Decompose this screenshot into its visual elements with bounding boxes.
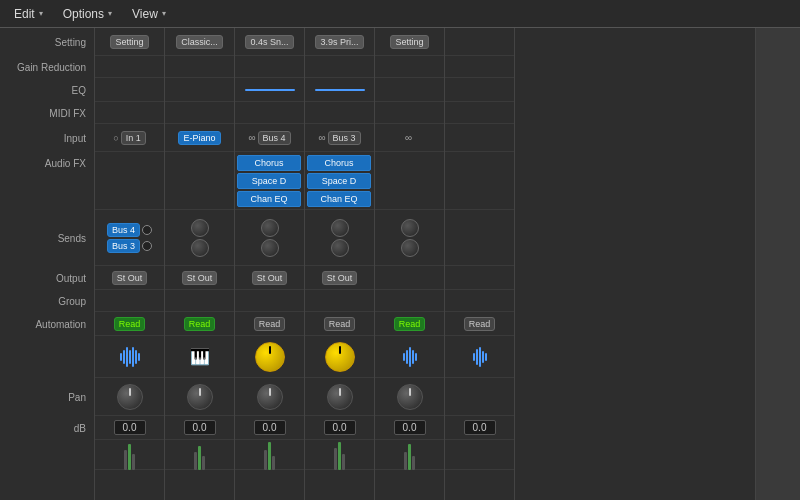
ch5-automation-button[interactable]: Read xyxy=(394,317,426,331)
ch2-input[interactable]: E-Piano xyxy=(165,124,234,152)
ch5-sends xyxy=(375,210,444,266)
ch1-input-button[interactable]: In 1 xyxy=(121,131,146,145)
label-midifx: MIDI FX xyxy=(0,102,94,124)
ch3-eq[interactable] xyxy=(235,78,304,102)
ch4-output[interactable]: St Out xyxy=(305,266,374,290)
label-output: Output xyxy=(0,266,94,290)
ch3-pan[interactable] xyxy=(235,378,304,416)
ch3-plugin[interactable] xyxy=(235,336,304,378)
ch3-yellow-knob[interactable] xyxy=(255,342,285,372)
ch2-output-button[interactable]: St Out xyxy=(182,271,218,285)
ch3-setting-button[interactable]: 0.4s Sn... xyxy=(245,35,293,49)
label-db: dB xyxy=(0,416,94,440)
ch2-setting-button[interactable]: Classic... xyxy=(176,35,223,49)
ch2-input-button[interactable]: E-Piano xyxy=(178,131,220,145)
ch2-automation[interactable]: Read xyxy=(165,312,234,336)
ch4-fader[interactable] xyxy=(305,440,374,470)
ch4-automation[interactable]: Read xyxy=(305,312,374,336)
ch3-output-button[interactable]: St Out xyxy=(252,271,288,285)
ch5-pan[interactable] xyxy=(375,378,444,416)
ch1-send2-knob xyxy=(142,241,152,251)
ch4-yellow-knob[interactable] xyxy=(325,342,355,372)
menu-options[interactable]: Options ▾ xyxy=(53,4,122,24)
ch1-automation[interactable]: Read xyxy=(95,312,164,336)
ch2-automation-button[interactable]: Read xyxy=(184,317,216,331)
menu-view[interactable]: View ▾ xyxy=(122,4,176,24)
ch3-pan-knob[interactable] xyxy=(257,384,283,410)
ch1-automation-button[interactable]: Read xyxy=(114,317,146,331)
ch2-fader[interactable] xyxy=(165,440,234,470)
ch1-bus3-button[interactable]: Bus 3 xyxy=(107,239,140,253)
ch5-db: 0.0 xyxy=(375,416,444,440)
ch4-output-button[interactable]: St Out xyxy=(322,271,358,285)
ch4-db: 0.0 xyxy=(305,416,374,440)
ch4-fader-bars xyxy=(334,440,345,470)
ch5-group xyxy=(375,290,444,312)
ch3-audiofx[interactable]: Chorus Space D Chan EQ xyxy=(235,152,304,210)
ch1-plugin[interactable] xyxy=(95,336,164,378)
ch3-automation[interactable]: Read xyxy=(235,312,304,336)
ch5-fader[interactable] xyxy=(375,440,444,470)
ch2-pan-knob[interactable] xyxy=(187,384,213,410)
ch3-input-button[interactable]: Bus 4 xyxy=(258,131,291,145)
right-panel xyxy=(755,28,800,500)
ch5-eq[interactable] xyxy=(375,78,444,102)
ch5-setting[interactable]: Setting xyxy=(375,28,444,56)
ch1-input[interactable]: ○ In 1 xyxy=(95,124,164,152)
ch2-group xyxy=(165,290,234,312)
ch1-waveform-icon xyxy=(120,347,140,367)
ch4-setting-button[interactable]: 3.9s Pri... xyxy=(315,35,363,49)
ch4-audiofx[interactable]: Chorus Space D Chan EQ xyxy=(305,152,374,210)
ch3-setting[interactable]: 0.4s Sn... xyxy=(235,28,304,56)
ch1-eq[interactable] xyxy=(95,78,164,102)
ch5-input[interactable]: ∞ xyxy=(375,124,444,152)
ch1-fader[interactable] xyxy=(95,440,164,470)
ch1-bus4-button[interactable]: Bus 4 xyxy=(107,223,140,237)
ch2-sends xyxy=(165,210,234,266)
ch4-fx-chorus[interactable]: Chorus xyxy=(307,155,371,171)
ch5-pan-knob[interactable] xyxy=(397,384,423,410)
ch1-output[interactable]: St Out xyxy=(95,266,164,290)
ch1-pan[interactable] xyxy=(95,378,164,416)
ch6-db-value: 0.0 xyxy=(464,420,496,435)
ch3-fx-spaced[interactable]: Space D xyxy=(237,173,301,189)
ch4-plugin[interactable] xyxy=(305,336,374,378)
ch4-input[interactable]: ∞ Bus 3 xyxy=(305,124,374,152)
ch3-fx-chaneq[interactable]: Chan EQ xyxy=(237,191,301,207)
ch4-setting[interactable]: 3.9s Pri... xyxy=(305,28,374,56)
ch3-fader[interactable] xyxy=(235,440,304,470)
channel-2: Classic... E-Piano St Out xyxy=(165,28,235,500)
ch3-output[interactable]: St Out xyxy=(235,266,304,290)
ch4-eq[interactable] xyxy=(305,78,374,102)
ch1-pan-knob[interactable] xyxy=(117,384,143,410)
ch3-eq-line xyxy=(245,89,295,91)
ch5-automation[interactable]: Read xyxy=(375,312,444,336)
ch5-plugin[interactable] xyxy=(375,336,444,378)
ch2-setting[interactable]: Classic... xyxy=(165,28,234,56)
ch4-pan[interactable] xyxy=(305,378,374,416)
ch2-plugin[interactable]: 🎹 xyxy=(165,336,234,378)
ch4-pan-knob[interactable] xyxy=(327,384,353,410)
ch4-sends xyxy=(305,210,374,266)
ch1-output-button[interactable]: St Out xyxy=(112,271,148,285)
ch6-automation-button[interactable]: Read xyxy=(464,317,496,331)
ch5-setting-button[interactable]: Setting xyxy=(390,35,428,49)
ch6-automation[interactable]: Read xyxy=(445,312,514,336)
ch4-fx-chaneq[interactable]: Chan EQ xyxy=(307,191,371,207)
ch2-eq[interactable] xyxy=(165,78,234,102)
ch3-fx-chorus[interactable]: Chorus xyxy=(237,155,301,171)
ch1-setting[interactable]: Setting xyxy=(95,28,164,56)
ch3-input[interactable]: ∞ Bus 4 xyxy=(235,124,304,152)
ch4-fx-spaced[interactable]: Space D xyxy=(307,173,371,189)
ch4-input-button[interactable]: Bus 3 xyxy=(328,131,361,145)
ch5-midifx xyxy=(375,102,444,124)
ch2-output[interactable]: St Out xyxy=(165,266,234,290)
ch6-plugin[interactable] xyxy=(445,336,514,378)
ch2-pan[interactable] xyxy=(165,378,234,416)
menu-edit[interactable]: Edit ▾ xyxy=(4,4,53,24)
ch1-setting-button[interactable]: Setting xyxy=(110,35,148,49)
ch5-fader-bars xyxy=(404,440,415,470)
ch3-automation-button[interactable]: Read xyxy=(254,317,286,331)
channels-area: Setting ○ In 1 Bus 4 xyxy=(95,28,755,500)
ch4-automation-button[interactable]: Read xyxy=(324,317,356,331)
